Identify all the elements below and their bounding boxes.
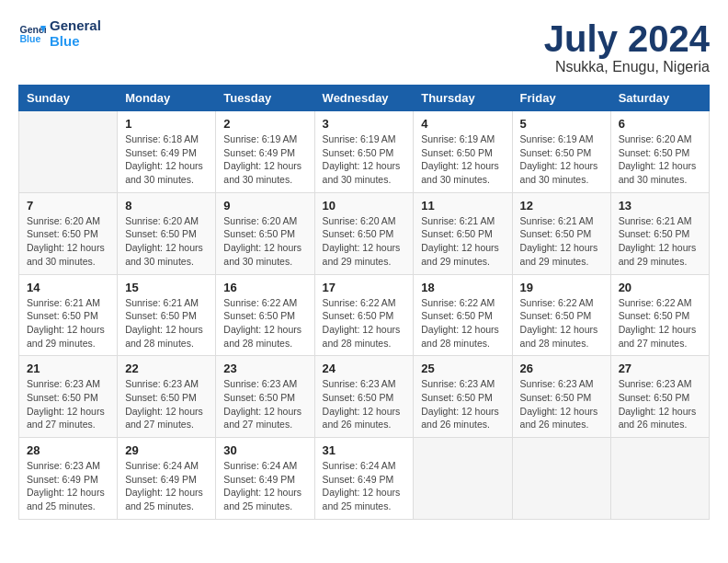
day-number: 23 — [223, 362, 306, 375]
day-info: Sunrise: 6:18 AMSunset: 6:49 PMDaylight:… — [125, 132, 208, 187]
calendar-cell: 9Sunrise: 6:20 AMSunset: 6:50 PMDaylight… — [216, 192, 314, 274]
day-info: Sunrise: 6:23 AMSunset: 6:49 PMDaylight:… — [27, 459, 109, 513]
calendar-week-4: 21Sunrise: 6:23 AMSunset: 6:50 PMDayligh… — [19, 356, 710, 438]
day-number: 10 — [323, 199, 406, 213]
day-number: 20 — [619, 281, 701, 294]
calendar-cell: 17Sunrise: 6:22 AMSunset: 6:50 PMDayligh… — [314, 274, 414, 356]
day-number: 5 — [520, 117, 603, 131]
day-number: 12 — [520, 199, 603, 213]
logo-line1: General — [50, 18, 101, 34]
title-area: July 2024 Nsukka, Enugu, Nigeria — [544, 18, 710, 75]
day-info: Sunrise: 6:19 AMSunset: 6:49 PMDaylight:… — [223, 132, 306, 187]
svg-text:Blue: Blue — [20, 33, 41, 44]
calendar-cell: 5Sunrise: 6:19 AMSunset: 6:50 PMDaylight… — [512, 111, 610, 193]
day-info: Sunrise: 6:23 AMSunset: 6:50 PMDaylight:… — [619, 377, 701, 431]
logo-line2: Blue — [50, 34, 101, 50]
header-cell-sunday: Sunday — [19, 86, 118, 111]
day-info: Sunrise: 6:22 AMSunset: 6:50 PMDaylight:… — [520, 296, 603, 350]
day-number: 21 — [27, 362, 109, 375]
calendar-cell: 29Sunrise: 6:24 AMSunset: 6:49 PMDayligh… — [118, 438, 216, 520]
day-number: 6 — [619, 117, 701, 131]
calendar-cell: 10Sunrise: 6:20 AMSunset: 6:50 PMDayligh… — [314, 192, 414, 274]
day-info: Sunrise: 6:20 AMSunset: 6:50 PMDaylight:… — [323, 214, 406, 269]
calendar-cell: 22Sunrise: 6:23 AMSunset: 6:50 PMDayligh… — [118, 356, 216, 438]
calendar-week-5: 28Sunrise: 6:23 AMSunset: 6:49 PMDayligh… — [19, 438, 710, 520]
day-number: 9 — [223, 199, 306, 213]
calendar-cell: 21Sunrise: 6:23 AMSunset: 6:50 PMDayligh… — [19, 356, 118, 438]
day-info: Sunrise: 6:21 AMSunset: 6:50 PMDaylight:… — [520, 214, 603, 269]
day-info: Sunrise: 6:24 AMSunset: 6:49 PMDaylight:… — [125, 459, 208, 513]
calendar-cell: 27Sunrise: 6:23 AMSunset: 6:50 PMDayligh… — [610, 356, 709, 438]
calendar-cell: 31Sunrise: 6:24 AMSunset: 6:49 PMDayligh… — [314, 438, 414, 520]
calendar-cell: 15Sunrise: 6:21 AMSunset: 6:50 PMDayligh… — [118, 274, 216, 356]
day-info: Sunrise: 6:23 AMSunset: 6:50 PMDaylight:… — [421, 377, 504, 431]
calendar-cell: 3Sunrise: 6:19 AMSunset: 6:50 PMDaylight… — [314, 111, 414, 193]
calendar-cell: 18Sunrise: 6:22 AMSunset: 6:50 PMDayligh… — [414, 274, 512, 356]
day-number: 18 — [421, 281, 504, 294]
day-info: Sunrise: 6:19 AMSunset: 6:50 PMDaylight:… — [520, 132, 603, 187]
day-info: Sunrise: 6:20 AMSunset: 6:50 PMDaylight:… — [27, 214, 109, 269]
day-number: 16 — [223, 281, 306, 294]
header-cell-friday: Friday — [512, 86, 610, 111]
calendar-week-2: 7Sunrise: 6:20 AMSunset: 6:50 PMDaylight… — [19, 192, 710, 274]
day-info: Sunrise: 6:21 AMSunset: 6:50 PMDaylight:… — [125, 296, 208, 350]
header-cell-saturday: Saturday — [610, 86, 709, 111]
day-info: Sunrise: 6:22 AMSunset: 6:50 PMDaylight:… — [421, 296, 504, 350]
day-info: Sunrise: 6:19 AMSunset: 6:50 PMDaylight:… — [323, 132, 406, 187]
calendar-cell: 28Sunrise: 6:23 AMSunset: 6:49 PMDayligh… — [19, 438, 118, 520]
calendar-cell: 20Sunrise: 6:22 AMSunset: 6:50 PMDayligh… — [610, 274, 709, 356]
calendar-cell: 30Sunrise: 6:24 AMSunset: 6:49 PMDayligh… — [216, 438, 314, 520]
calendar-week-3: 14Sunrise: 6:21 AMSunset: 6:50 PMDayligh… — [19, 274, 710, 356]
header-cell-wednesday: Wednesday — [314, 86, 414, 111]
calendar-cell: 26Sunrise: 6:23 AMSunset: 6:50 PMDayligh… — [512, 356, 610, 438]
day-number: 19 — [520, 281, 603, 294]
day-info: Sunrise: 6:24 AMSunset: 6:49 PMDaylight:… — [323, 459, 406, 513]
calendar-cell: 7Sunrise: 6:20 AMSunset: 6:50 PMDaylight… — [19, 192, 118, 274]
day-number: 26 — [520, 362, 603, 375]
day-number: 2 — [223, 117, 306, 131]
calendar-cell — [19, 111, 118, 193]
calendar-cell: 19Sunrise: 6:22 AMSunset: 6:50 PMDayligh… — [512, 274, 610, 356]
day-number: 17 — [323, 281, 406, 294]
calendar-cell: 14Sunrise: 6:21 AMSunset: 6:50 PMDayligh… — [19, 274, 118, 356]
calendar-body: 1Sunrise: 6:18 AMSunset: 6:49 PMDaylight… — [19, 111, 710, 520]
day-info: Sunrise: 6:23 AMSunset: 6:50 PMDaylight:… — [27, 377, 109, 431]
logo: General Blue General Blue — [18, 18, 101, 49]
day-info: Sunrise: 6:23 AMSunset: 6:50 PMDaylight:… — [323, 377, 406, 431]
day-info: Sunrise: 6:21 AMSunset: 6:50 PMDaylight:… — [619, 214, 701, 269]
day-number: 25 — [421, 362, 504, 375]
day-info: Sunrise: 6:22 AMSunset: 6:50 PMDaylight:… — [323, 296, 406, 350]
day-number: 3 — [323, 117, 406, 131]
day-info: Sunrise: 6:23 AMSunset: 6:50 PMDaylight:… — [520, 377, 603, 431]
logo-icon: General Blue — [18, 20, 46, 48]
month-title: July 2024 — [544, 18, 710, 59]
day-number: 7 — [27, 199, 109, 213]
header-cell-monday: Monday — [118, 86, 216, 111]
day-number: 15 — [125, 281, 208, 294]
day-number: 13 — [619, 199, 701, 213]
day-number: 28 — [27, 443, 109, 457]
day-number: 14 — [27, 281, 109, 294]
day-number: 24 — [323, 362, 406, 375]
day-number: 11 — [421, 199, 504, 213]
day-info: Sunrise: 6:20 AMSunset: 6:50 PMDaylight:… — [619, 132, 701, 187]
day-number: 22 — [125, 362, 208, 375]
calendar-cell: 4Sunrise: 6:19 AMSunset: 6:50 PMDaylight… — [414, 111, 512, 193]
day-number: 30 — [223, 443, 306, 457]
calendar-table: SundayMondayTuesdayWednesdayThursdayFrid… — [18, 85, 710, 520]
calendar-header-row: SundayMondayTuesdayWednesdayThursdayFrid… — [19, 86, 710, 111]
calendar-cell — [512, 438, 610, 520]
calendar-cell: 24Sunrise: 6:23 AMSunset: 6:50 PMDayligh… — [314, 356, 414, 438]
day-number: 31 — [323, 443, 406, 457]
calendar-cell: 12Sunrise: 6:21 AMSunset: 6:50 PMDayligh… — [512, 192, 610, 274]
calendar-cell: 1Sunrise: 6:18 AMSunset: 6:49 PMDaylight… — [118, 111, 216, 193]
day-info: Sunrise: 6:19 AMSunset: 6:50 PMDaylight:… — [421, 132, 504, 187]
location-title: Nsukka, Enugu, Nigeria — [544, 59, 710, 75]
calendar-cell: 16Sunrise: 6:22 AMSunset: 6:50 PMDayligh… — [216, 274, 314, 356]
day-number: 8 — [125, 199, 208, 213]
day-number: 4 — [421, 117, 504, 131]
day-info: Sunrise: 6:21 AMSunset: 6:50 PMDaylight:… — [421, 214, 504, 269]
day-number: 27 — [619, 362, 701, 375]
day-info: Sunrise: 6:21 AMSunset: 6:50 PMDaylight:… — [27, 296, 109, 350]
calendar-cell: 6Sunrise: 6:20 AMSunset: 6:50 PMDaylight… — [610, 111, 709, 193]
